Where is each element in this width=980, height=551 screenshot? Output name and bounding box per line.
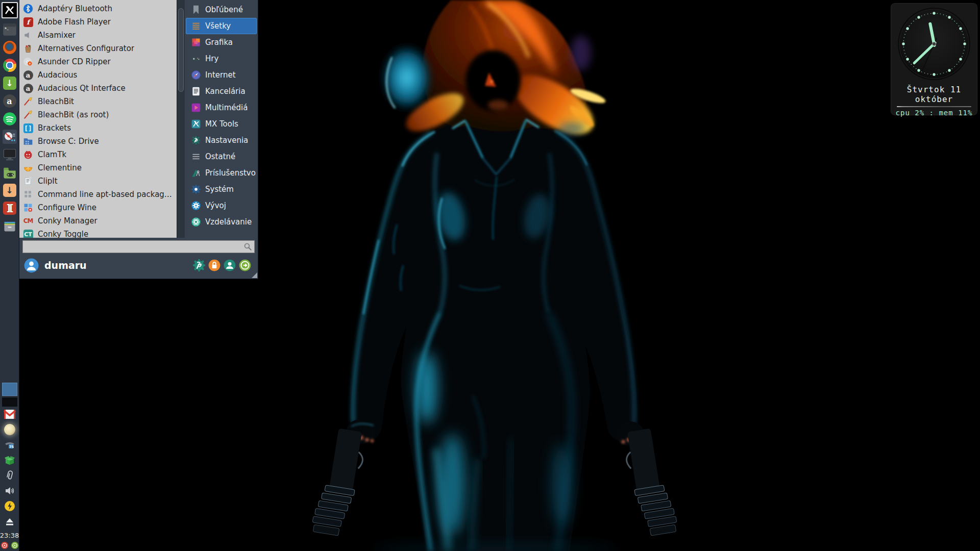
category-label: Ostatné	[205, 152, 235, 161]
app-item[interactable]: CMConky Manager	[19, 214, 177, 228]
app-item[interactable]: Clementine	[19, 161, 177, 174]
app-item[interactable]: ClamTk	[19, 148, 177, 161]
launcher-terminal-icon[interactable]: ▸_	[3, 22, 17, 37]
conky-clock-widget: Štvrtok 11 október cpu 2% : mem 11%	[890, 3, 978, 116]
menu-resize-grip[interactable]	[252, 272, 257, 278]
workspace-inactive[interactable]	[2, 397, 17, 407]
launcher-file-drawer-icon[interactable]	[3, 219, 17, 233]
category-item[interactable]: Obľúbené	[186, 2, 257, 18]
conky-toggle-icon: CT	[23, 229, 33, 238]
category-label: Obľúbené	[205, 5, 243, 14]
bluetooth-icon	[23, 4, 33, 14]
app-item[interactable]: BleachBit (as root)	[19, 108, 177, 121]
category-item[interactable]: Nastavenia	[186, 132, 257, 148]
category-list: ObľúbenéVšetkyGrafikaHryInternetKancelár…	[185, 0, 258, 238]
category-item[interactable]: Grafika	[186, 34, 257, 51]
tray-package-manager-icon[interactable]	[4, 454, 16, 466]
launcher-games-folder-icon[interactable]	[3, 165, 17, 180]
workspace-pager[interactable]	[2, 383, 17, 408]
audacious-app-icon: a	[23, 70, 33, 80]
app-item[interactable]: Configure Wine	[19, 201, 177, 214]
app-item[interactable]: Command line apt-based package ma...	[19, 188, 177, 201]
app-list-scrollbar[interactable]	[177, 0, 185, 238]
category-item[interactable]: Systém	[186, 181, 257, 197]
category-item[interactable]: Príslušenstvo	[186, 165, 257, 181]
user-row: dumaru	[19, 255, 258, 279]
alternatives-icon	[23, 43, 33, 54]
category-item[interactable]: Internet	[186, 67, 257, 83]
launcher-firefox-icon[interactable]	[3, 40, 17, 55]
session-logout-button[interactable]	[11, 541, 19, 549]
tray-eject-icon[interactable]	[4, 515, 16, 528]
taskbar-panel: ▸_↓a↓][ 75 23:38	[0, 0, 19, 551]
mx-menu-button[interactable]	[2, 2, 18, 18]
app-item[interactable]: BleachBit	[19, 95, 177, 108]
scrollbar-thumb[interactable]	[178, 8, 184, 92]
category-item[interactable]: Vývoj	[186, 197, 257, 214]
app-item[interactable]: ClipIt	[19, 174, 177, 188]
user-switch-button[interactable]	[223, 259, 236, 272]
session-shutdown-button[interactable]	[1, 541, 9, 549]
app-item[interactable]: Adaptéry Bluetooth	[19, 2, 177, 15]
category-item[interactable]: Vzdelávanie	[186, 214, 257, 230]
username: dumaru	[44, 260, 185, 271]
bleachbit-icon	[23, 96, 33, 107]
launcher-music-player-icon[interactable]	[3, 130, 17, 144]
conky-separator	[897, 106, 971, 107]
clamtk-icon	[23, 149, 33, 160]
logout-button[interactable]	[238, 259, 252, 272]
category-item[interactable]: Hry	[186, 51, 257, 67]
svg-text:▸_: ▸_	[5, 26, 9, 30]
app-item-label: Conky Toggle	[38, 230, 88, 238]
category-label: Systém	[205, 185, 234, 194]
category-label: Kancelária	[205, 87, 246, 96]
app-item-label: Adaptéry Bluetooth	[38, 4, 112, 13]
tray-moon-icon[interactable]	[4, 423, 16, 436]
settings-button[interactable]	[192, 259, 206, 272]
app-item-label: ClipIt	[38, 177, 58, 186]
search-input[interactable]	[22, 240, 255, 253]
app-item[interactable]: Alternatives Configurator	[19, 42, 177, 55]
launcher-display-icon[interactable]	[3, 147, 17, 162]
app-item-label: Audacious Qt Interface	[38, 84, 126, 93]
workspace-active[interactable]	[2, 383, 17, 396]
category-item[interactable]: Všetky	[186, 18, 257, 34]
app-item-label: ClamTk	[38, 150, 66, 159]
ostatne-icon	[191, 152, 201, 162]
user-avatar-icon[interactable]	[24, 258, 39, 273]
category-label: MX Tools	[205, 119, 238, 129]
tray-paperclip-icon[interactable]	[4, 469, 16, 482]
panel-bottom-stack: 75 23:38	[0, 383, 19, 551]
app-item-label: Command line apt-based package ma...	[38, 190, 173, 199]
app-item-label: Adobe Flash Player	[38, 17, 111, 27]
app-item[interactable]: Asunder CD Ripper	[19, 55, 177, 68]
launcher-gdebi-installer-icon[interactable]: ↓	[3, 76, 17, 90]
category-item[interactable]: MX Tools	[186, 116, 257, 132]
app-item[interactable]: fAdobe Flash Player	[19, 15, 177, 29]
launcher-spotify-icon[interactable]	[3, 112, 17, 126]
clementine-icon	[23, 163, 33, 173]
app-item[interactable]: aAudacious	[19, 68, 177, 82]
lock-button[interactable]	[208, 259, 221, 272]
app-item[interactable]: []Brackets	[19, 121, 177, 135]
launcher-conky-icon[interactable]: ][	[3, 201, 17, 215]
app-item-label: BleachBit	[38, 97, 74, 106]
tray-weather-icon[interactable]: 75	[4, 439, 16, 451]
tray-volume-icon[interactable]	[4, 485, 16, 497]
tray-gmail-icon[interactable]	[4, 408, 16, 420]
tray-power-battery-icon[interactable]	[4, 500, 16, 512]
app-item[interactable]: CTConky Toggle	[19, 228, 177, 238]
category-item[interactable]: Kancelária	[186, 83, 257, 99]
category-item[interactable]: Ostatné	[186, 148, 257, 165]
app-item-label: Clementine	[38, 163, 82, 172]
launcher-chrome-icon[interactable]	[3, 58, 17, 72]
app-item[interactable]: aAudacious Qt Interface	[19, 82, 177, 95]
alsamixer-icon	[23, 30, 33, 40]
launcher-downloader-icon[interactable]: ↓	[3, 183, 17, 197]
category-item[interactable]: Multimédiá	[186, 99, 257, 116]
app-item[interactable]: Alsamixer	[19, 29, 177, 42]
grafika-icon	[191, 37, 201, 47]
launcher-audacious-icon[interactable]: a	[3, 94, 17, 108]
app-item[interactable]: Browse C: Drive	[19, 135, 177, 148]
panel-clock: 23:38	[0, 532, 19, 539]
